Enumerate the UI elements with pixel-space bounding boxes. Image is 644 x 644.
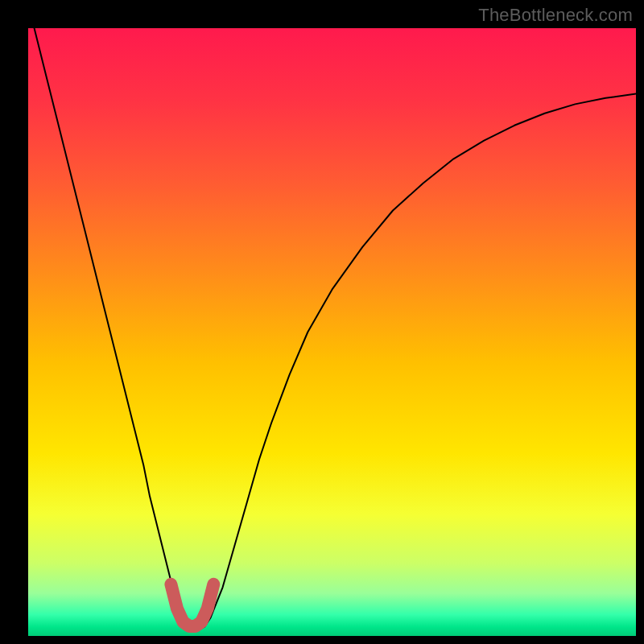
watermark-text: TheBottleneck.com	[478, 5, 633, 26]
chart-container: TheBottleneck.com	[0, 0, 644, 644]
plot-area	[28, 28, 636, 636]
gradient-background	[28, 28, 636, 636]
chart-svg	[28, 28, 636, 636]
